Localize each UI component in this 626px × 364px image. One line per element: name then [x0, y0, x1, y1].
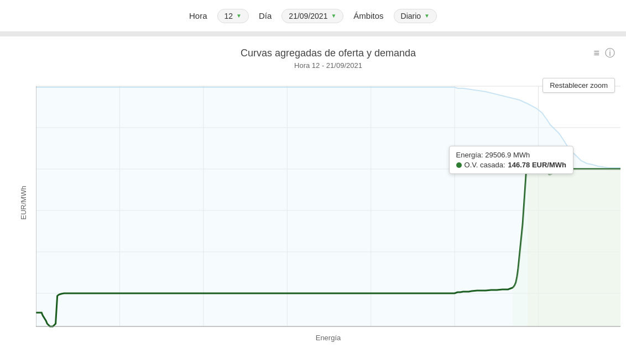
ambitos-label: Ámbitos — [353, 11, 383, 20]
chart-subtitle: Hora 12 - 21/09/2021 — [36, 61, 620, 70]
hora-select[interactable]: 12 ▼ — [217, 9, 249, 23]
ambitos-arrow-icon: ▼ — [424, 13, 430, 19]
chart-icons: ≡ ⓘ — [593, 46, 615, 60]
chart-title: Curvas agregadas de oferta y demanda — [36, 48, 620, 59]
svg-marker-28 — [513, 163, 620, 326]
hamburger-menu-icon[interactable]: ≡ — [593, 46, 599, 60]
chart-svg: 250 200 150 100 50 0 -50 5.000 10.000 15… — [36, 75, 620, 329]
hora-arrow-icon: ▼ — [236, 13, 242, 19]
hora-value: 12 — [225, 12, 233, 20]
chart-container: Curvas agregadas de oferta y demanda Hor… — [0, 36, 626, 364]
svg-point-30 — [524, 164, 529, 168]
dia-value: 21/09/2021 — [289, 12, 327, 20]
dia-arrow-icon: ▼ — [331, 13, 336, 19]
y-axis-label: EUR/MWh — [19, 186, 28, 219]
ambitos-select[interactable]: Diario ▼ — [394, 9, 437, 23]
dia-label: Día — [259, 11, 272, 20]
x-axis-label: Energía — [36, 334, 620, 342]
info-icon[interactable]: ⓘ — [605, 46, 615, 60]
dia-select[interactable]: 21/09/2021 ▼ — [281, 9, 343, 23]
separator-bar — [0, 32, 626, 36]
ambitos-value: Diario — [401, 12, 421, 20]
reset-zoom-button[interactable]: Restablecer zoom — [542, 78, 615, 93]
top-bar: Hora 12 ▼ Día 21/09/2021 ▼ Ámbitos Diari… — [0, 0, 626, 32]
hora-label: Hora — [189, 11, 207, 20]
